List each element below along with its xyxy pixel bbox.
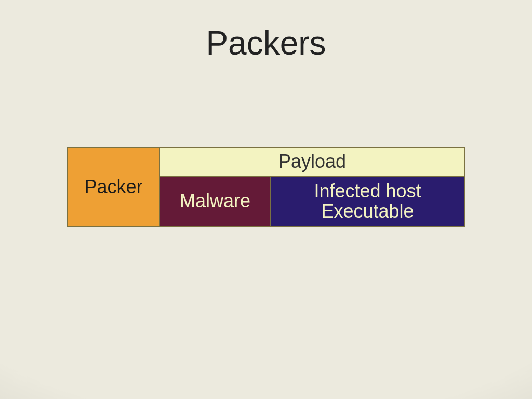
payload-header: Payload (160, 148, 464, 177)
packer-diagram: Packer Payload Malware Infected host Exe… (67, 147, 465, 227)
payload-label: Payload (278, 151, 346, 172)
slide: Packers Packer Payload Malware Infected … (0, 0, 532, 399)
infected-host-box: Infected host Executable (271, 177, 464, 226)
infected-host-label: Infected host Executable (314, 181, 421, 222)
packer-label: Packer (84, 176, 142, 198)
payload-column: Payload Malware Infected host Executable (160, 148, 464, 226)
payload-contents: Malware Infected host Executable (160, 177, 464, 226)
malware-box: Malware (160, 177, 271, 226)
diagram-rows: Packer Payload Malware Infected host Exe… (68, 148, 464, 226)
malware-label: Malware (180, 190, 250, 212)
slide-title: Packers (0, 24, 532, 72)
packer-column: Packer (68, 148, 160, 226)
title-rule (14, 72, 518, 72)
packer-box: Packer (68, 148, 160, 226)
